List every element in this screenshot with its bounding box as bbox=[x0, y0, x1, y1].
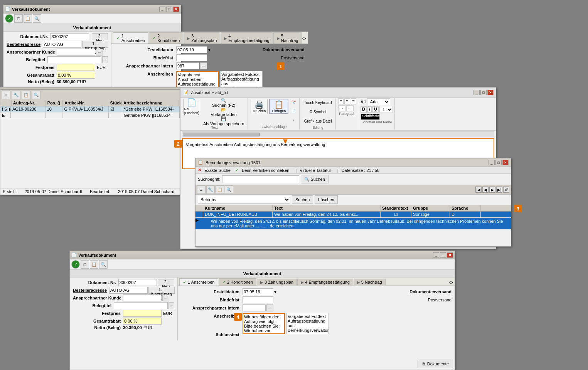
scrollbar-thumb[interactable] bbox=[183, 133, 260, 136]
b-dokument-nr-btn[interactable]: 2: Neu bbox=[158, 279, 174, 286]
copy-btn[interactable]: 📄 bbox=[290, 107, 298, 116]
vk-bottom-maximize[interactable]: □ bbox=[440, 252, 446, 258]
b-textbox-fusstext[interactable]: Vorgabetext Fußtext Auftragsbestätigung … bbox=[286, 313, 329, 334]
b-belegtitel-input[interactable] bbox=[114, 302, 168, 309]
list-tb-4[interactable]: 🔍 bbox=[32, 91, 40, 99]
close-button[interactable]: ✕ bbox=[173, 7, 179, 12]
tab-konditionen[interactable]: ✓ 2 Konditionen bbox=[149, 32, 183, 44]
vk-b-btn1[interactable]: □ bbox=[81, 260, 89, 269]
b-bindefrist-input[interactable] bbox=[243, 296, 273, 303]
font-size-select[interactable]: 10 bbox=[379, 106, 393, 113]
erstelldatum-input[interactable] bbox=[176, 46, 207, 53]
list-row-2[interactable]: E Getriebe PKW ||1168534 bbox=[0, 113, 180, 118]
toolbar-btn-3[interactable]: 🔍 bbox=[33, 14, 41, 23]
b-gesamtrabatt-input[interactable] bbox=[123, 318, 162, 325]
list-tb-2[interactable]: 🔧 bbox=[12, 91, 20, 99]
belegtitel-dots[interactable]: ··· bbox=[102, 56, 108, 63]
gesamtrabatt-input[interactable] bbox=[57, 72, 95, 79]
dropdown-loeschen-btn[interactable]: Löschen bbox=[315, 195, 338, 204]
align-left-btn[interactable]: ≡ bbox=[338, 98, 344, 104]
b-erstelldatum-dropdown[interactable]: ▼ bbox=[273, 290, 277, 294]
b-tab-prev[interactable]: ‹ bbox=[449, 279, 451, 285]
list-tb-3[interactable]: 📋 bbox=[22, 91, 30, 99]
vk-b-btn3[interactable]: 🔍 bbox=[99, 260, 108, 269]
tab-nachtrag[interactable]: ▶ 5 Nachtrag bbox=[273, 32, 302, 44]
horizontal-scrollbar[interactable] bbox=[182, 131, 494, 137]
minimize-button[interactable]: _ bbox=[159, 7, 165, 12]
outdent-btn[interactable]: ← bbox=[346, 105, 354, 111]
tab-empfang[interactable]: ▶ 4 Empfangsbestätigung bbox=[221, 32, 273, 44]
zusatz-close[interactable]: ✕ bbox=[487, 90, 494, 95]
b-dokument-nr-input[interactable] bbox=[118, 279, 157, 286]
b-intern-dots[interactable]: ··· bbox=[266, 304, 273, 311]
symbol-btn[interactable]: Ω Symbol bbox=[302, 108, 334, 116]
ansprechpartner-dots[interactable]: ··· bbox=[96, 49, 103, 56]
dropdown-suchen-btn[interactable]: Suchen bbox=[292, 195, 313, 204]
nav-last-btn[interactable]: ▶| bbox=[496, 187, 502, 193]
vk-bottom-minimize[interactable]: _ bbox=[433, 252, 439, 258]
zusatz-maximize[interactable]: □ bbox=[480, 90, 487, 95]
nav-next-btn[interactable]: ▶ bbox=[489, 187, 495, 193]
bold-btn[interactable]: B bbox=[361, 106, 367, 113]
bemerk-maximize[interactable]: □ bbox=[495, 160, 502, 165]
nav-search-icon[interactable]: 🔍 bbox=[225, 185, 233, 194]
vorlage-save-btn[interactable]: 💾 Als Vorlage speichern bbox=[201, 117, 246, 125]
dokumente-btn[interactable]: 🗎 Dokumente bbox=[418, 360, 453, 368]
tab-anschreiben[interactable]: ✓ 1 Anschreiben bbox=[113, 32, 148, 44]
toolbar-btn-1[interactable]: □ bbox=[14, 14, 23, 23]
vorlage-btn[interactable]: 📂 Vorlage laden bbox=[201, 108, 246, 116]
indent-btn[interactable]: → bbox=[338, 105, 345, 111]
green-check-icon[interactable]: ✓ bbox=[5, 14, 13, 23]
nav-refresh-btn[interactable]: ↺ bbox=[503, 187, 509, 193]
belegtitel-input[interactable] bbox=[47, 56, 101, 63]
font-select[interactable]: Arial bbox=[367, 98, 390, 105]
b-ansprechpartner-intern-input[interactable] bbox=[243, 304, 266, 311]
underline-btn[interactable]: U bbox=[372, 106, 379, 113]
vk-b-check[interactable]: ✓ bbox=[71, 260, 80, 269]
ansprechpartner-intern-input[interactable] bbox=[176, 62, 199, 69]
b-belegtitel-dots[interactable]: ··· bbox=[168, 302, 174, 309]
b-bestelleradresse-btn[interactable]: 1: - hinzufügen - bbox=[148, 287, 175, 294]
nav-settings-icon[interactable]: 🔧 bbox=[206, 185, 215, 194]
b-textbox-anschreiben[interactable]: Wir bestätigen den Auftrag wie folgt. Bi… bbox=[243, 313, 285, 334]
ansprechpartner-intern-dots[interactable]: ··· bbox=[200, 62, 207, 69]
nav-list-icon[interactable]: ≡ bbox=[197, 185, 206, 194]
b-ansprechpartner-input[interactable] bbox=[123, 294, 162, 301]
suchbegriff-input[interactable] bbox=[222, 175, 299, 183]
einfuegen-btn[interactable]: 📋 Einfügen bbox=[269, 99, 288, 114]
nav-first-btn[interactable]: |◀ bbox=[475, 187, 482, 193]
category-dropdown[interactable]: Betriebs bbox=[198, 196, 290, 204]
b-bestelleradresse-input[interactable] bbox=[109, 287, 148, 294]
vk-b-btn2[interactable]: 📋 bbox=[90, 260, 98, 269]
b-ansprechpartner-dots[interactable]: ··· bbox=[162, 294, 169, 301]
bemerk-close[interactable]: ✕ bbox=[502, 160, 509, 165]
toolbar-btn-2[interactable]: 📋 bbox=[24, 14, 32, 23]
maximize-button[interactable]: □ bbox=[166, 7, 172, 12]
dokument-nr-btn[interactable]: 2: Neu bbox=[92, 33, 108, 40]
tab-zahlungsplan[interactable]: ▶ 3 Zahlungsplan bbox=[184, 32, 220, 44]
italic-btn[interactable]: I bbox=[367, 106, 372, 113]
nav-prev-btn[interactable]: ◀ bbox=[482, 187, 489, 193]
paste-special-btn[interactable]: ▾ bbox=[290, 116, 298, 124]
grafik-btn[interactable]: Grafik aus Datei bbox=[302, 117, 334, 125]
festpreis-input[interactable] bbox=[57, 64, 95, 71]
vk-bottom-close[interactable]: ✕ bbox=[447, 252, 453, 258]
b-tab-zahlungsplan[interactable]: ▶ 3 Zahlungsplan bbox=[257, 279, 297, 285]
b-festpreis-input[interactable] bbox=[123, 310, 162, 317]
bindefrist-input[interactable] bbox=[176, 54, 207, 61]
ansprechpartner-input[interactable] bbox=[57, 49, 95, 56]
bemerk-minimize[interactable]: _ bbox=[489, 160, 495, 165]
erstelldatum-dropdown[interactable]: ▼ bbox=[207, 48, 211, 52]
schriftfarbe-btn[interactable]: Schriftfarbe bbox=[361, 114, 380, 120]
dokument-nr-input[interactable] bbox=[51, 33, 89, 40]
cut-btn[interactable]: ✂️ bbox=[290, 98, 298, 107]
b-tab-next[interactable]: › bbox=[451, 279, 453, 285]
bestelleradresse-btn[interactable]: 1: - hinzufügen - bbox=[82, 41, 108, 48]
align-center-btn[interactable]: ≡ bbox=[344, 98, 350, 104]
tab-next-btn[interactable]: › bbox=[304, 35, 306, 41]
list-tb-1[interactable]: ≡ bbox=[2, 91, 10, 99]
suchen-btn[interactable]: 🔍 Suchen bbox=[301, 175, 329, 183]
zusatz-minimize[interactable]: _ bbox=[473, 90, 480, 95]
drucken-btn[interactable]: 🖨️ Drucken bbox=[251, 99, 268, 114]
tab-prev-btn[interactable]: ‹ bbox=[302, 35, 304, 41]
